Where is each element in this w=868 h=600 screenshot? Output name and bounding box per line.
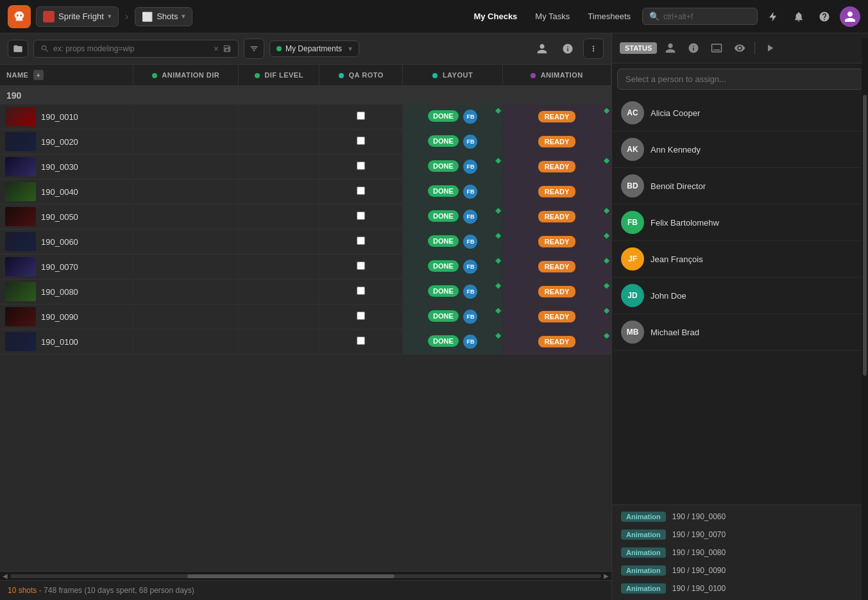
shots-selector[interactable]: ⬜ Shots ▾ xyxy=(135,7,192,26)
layout-status-badge[interactable]: DONE xyxy=(428,260,459,272)
animation-status-badge[interactable]: READY xyxy=(538,211,576,222)
info-details-btn[interactable] xyxy=(684,38,703,58)
qa-roto-checkbox[interactable] xyxy=(357,237,365,245)
cell-qa-roto-190_0070[interactable] xyxy=(319,254,403,279)
scroll-left-btn[interactable]: ◀ xyxy=(0,572,10,579)
play-btn[interactable] xyxy=(760,38,779,58)
shots-dropdown-chevron: ▾ xyxy=(182,12,185,21)
horizontal-scrollbar[interactable]: ◀ ▶ xyxy=(0,571,611,580)
scrollbar-thumb[interactable] xyxy=(187,574,394,578)
filter-button[interactable] xyxy=(244,38,264,59)
task-badge[interactable]: Animation xyxy=(621,583,666,594)
cell-qa-roto-190_0060[interactable] xyxy=(319,229,403,254)
shots-search-input[interactable] xyxy=(53,44,210,53)
qa-roto-checkbox[interactable] xyxy=(357,187,365,195)
cell-qa-roto-190_0030[interactable] xyxy=(319,154,403,179)
task-badge[interactable]: Animation xyxy=(621,565,666,576)
layout-status-badge[interactable]: DONE xyxy=(428,135,459,147)
cell-qa-roto-190_0040[interactable] xyxy=(319,179,403,204)
logo-button[interactable] xyxy=(8,5,31,28)
qa-roto-checkbox[interactable] xyxy=(357,137,365,145)
cell-qa-roto-190_0080[interactable] xyxy=(319,279,403,304)
layout-status-badge[interactable]: DONE xyxy=(428,210,459,222)
save-search-icon xyxy=(223,44,232,53)
extra-options-btn[interactable] xyxy=(583,38,604,59)
col-header-anim-dir: ANIMATION DIR xyxy=(133,65,239,86)
user-avatar[interactable] xyxy=(840,6,860,27)
scrollbar-track[interactable] xyxy=(10,574,601,578)
animation-status-badge[interactable]: READY xyxy=(538,136,576,147)
animation-status-badge[interactable]: READY xyxy=(538,186,576,197)
cell-qa-roto-190_0090[interactable] xyxy=(319,304,403,329)
right-scroll-thumb xyxy=(863,95,867,376)
person-list-item[interactable]: FB Felix Bartolomehw xyxy=(612,204,868,241)
animation-arrow-icon: ◆ xyxy=(604,306,609,315)
person-assign-btn[interactable] xyxy=(661,38,680,58)
animation-status-badge[interactable]: READY xyxy=(538,161,576,172)
layout-status-badge[interactable]: DONE xyxy=(428,335,459,347)
cell-animation-190_0050: READY ◆ xyxy=(503,204,611,229)
qa-roto-checkbox[interactable] xyxy=(357,212,365,220)
qa-roto-checkbox[interactable] xyxy=(357,312,365,320)
person-list-item[interactable]: AC Alicia Cooper xyxy=(612,95,868,131)
cell-qa-roto-190_0020[interactable] xyxy=(319,129,403,154)
cell-layout-190_0100: DONE FB ◆ xyxy=(403,329,503,354)
top-navigation: Sprite Fright ▾ › ⬜ Shots ▾ My Checks My… xyxy=(0,0,868,33)
cell-name-190_0090: 190_0090 xyxy=(0,304,133,329)
qa-roto-checkbox[interactable] xyxy=(357,337,365,345)
person-filter-btn[interactable] xyxy=(532,38,552,59)
animation-status-badge[interactable]: READY xyxy=(538,286,576,297)
animation-status-badge[interactable]: READY xyxy=(538,336,576,347)
person-list-item[interactable]: MB Michael Brad xyxy=(612,314,868,351)
animation-status-badge[interactable]: READY xyxy=(538,261,576,272)
shots-search-box[interactable]: × xyxy=(33,40,239,58)
lightning-icon-btn[interactable] xyxy=(763,6,783,27)
info-filter-btn[interactable] xyxy=(557,38,578,59)
folder-toggle-btn[interactable] xyxy=(8,40,28,58)
task-badge[interactable]: Animation xyxy=(621,512,666,522)
qa-roto-checkbox[interactable] xyxy=(357,262,365,270)
scroll-right-btn[interactable]: ▶ xyxy=(601,572,611,579)
anim-dir-dot xyxy=(152,73,157,78)
layout-status-badge[interactable]: DONE xyxy=(428,185,459,197)
project-selector[interactable]: Sprite Fright ▾ xyxy=(36,6,119,27)
help-icon-btn[interactable] xyxy=(814,6,835,27)
assign-search-input[interactable] xyxy=(617,69,863,90)
layout-status-badge[interactable]: DONE xyxy=(428,110,459,122)
clear-search-btn[interactable]: × xyxy=(214,44,219,54)
animation-status-badge[interactable]: READY xyxy=(538,311,576,322)
layout-status-badge[interactable]: DONE xyxy=(428,160,459,172)
animation-status-badge[interactable]: READY xyxy=(538,236,576,247)
animation-status-badge[interactable]: READY xyxy=(538,111,576,122)
qa-roto-checkbox[interactable] xyxy=(357,162,365,170)
status-tab[interactable]: STATUS xyxy=(620,42,657,54)
shot-id: 190_0090 xyxy=(41,312,78,322)
animation-arrow-icon: ◆ xyxy=(604,256,609,265)
task-badge[interactable]: Animation xyxy=(621,547,666,558)
bell-icon-btn[interactable] xyxy=(788,6,809,27)
person-list-item[interactable]: BD Benoit Director xyxy=(612,168,868,204)
layout-arrow-icon: ◆ xyxy=(495,306,501,315)
qa-roto-checkbox[interactable] xyxy=(357,287,365,295)
nav-my-checks[interactable]: My Checks xyxy=(467,8,523,25)
layout-status-badge[interactable]: DONE xyxy=(428,285,459,297)
layout-status-badge[interactable]: DONE xyxy=(428,235,459,247)
person-list-item[interactable]: AK Ann Kennedy xyxy=(612,131,868,168)
cell-qa-roto-190_0050[interactable] xyxy=(319,204,403,229)
nav-my-tasks[interactable]: My Tasks xyxy=(529,8,576,25)
qa-roto-checkbox[interactable] xyxy=(357,112,365,120)
eye-view-btn[interactable] xyxy=(730,38,749,58)
preview-btn[interactable] xyxy=(707,38,726,58)
cell-qa-roto-190_0010[interactable] xyxy=(319,104,403,129)
nav-timesheets[interactable]: Timesheets xyxy=(581,8,637,25)
person-list-item[interactable]: JF Jean François xyxy=(612,241,868,278)
task-badge[interactable]: Animation xyxy=(621,529,666,540)
cell-qa-roto-190_0100[interactable] xyxy=(319,329,403,354)
layout-arrow-icon: ◆ xyxy=(495,231,501,240)
person-list-item[interactable]: JD John Doe xyxy=(612,278,868,314)
layout-status-badge[interactable]: DONE xyxy=(428,310,459,322)
department-filter[interactable]: My Departments ▾ xyxy=(269,40,359,57)
global-search[interactable]: 🔍 ctrl+alt+f xyxy=(642,8,758,25)
add-column-btn[interactable]: + xyxy=(33,70,44,80)
right-vertical-scrollbar[interactable] xyxy=(862,38,868,600)
